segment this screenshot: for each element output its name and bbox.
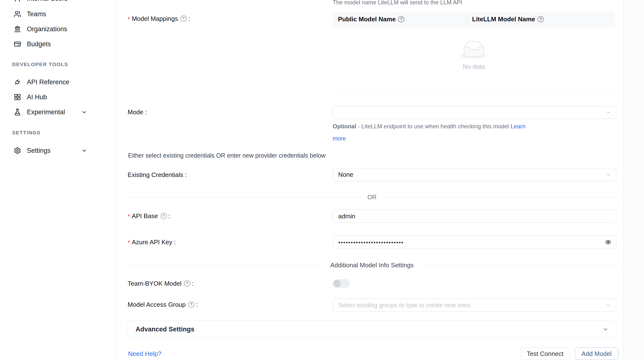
chevron-down-icon [606,302,611,308]
team-byok-label: Team-BYOK Model ? : [128,280,194,288]
model-mappings-table: Public Model Name ? LiteLLM Model Name ?… [333,12,615,104]
select-placeholder: Select existing groups or type to create… [338,302,470,309]
chevron-down-icon [81,148,87,154]
plug-icon [14,78,21,86]
credit-card-icon [14,40,21,48]
advanced-settings-title: Advanced Settings [136,326,602,333]
litellm-model-name-helper: The model name LiteLLM will send to the … [333,0,462,6]
sidebar-item-budgets[interactable]: Budgets [0,37,116,51]
required-marker: * [128,238,130,247]
user-icon [14,0,21,2]
table-footer [333,94,615,104]
help-icon[interactable]: ? [188,302,194,308]
sidebar-item-label: Internal Users [27,0,68,2]
mode-helper-text: Optional - LiteLLM endpoint to use when … [333,120,531,144]
azure-api-key-input[interactable]: •••••••••••••••••••••••••• [333,235,616,249]
chevron-down-icon [606,110,611,115]
bank-icon [14,26,21,33]
add-model-button[interactable]: Add Model [575,348,618,360]
need-help-link[interactable]: Need Help? [128,350,161,358]
existing-credentials-label: Existing Credentials : [128,171,187,179]
existing-credentials-select[interactable]: None [333,168,616,181]
sidebar-item-settings[interactable]: Settings [0,144,116,157]
advanced-settings-panel[interactable]: Advanced Settings [128,320,616,338]
sidebar-item-teams[interactable]: Teams [0,7,116,21]
grid-icon [14,94,21,101]
table-empty-state: No data [333,27,615,94]
column-divider [467,16,468,23]
table-header-row: Public Model Name ? LiteLLM Model Name ? [333,12,615,27]
add-model-form: The model name LiteLLM will send to the … [116,0,623,360]
sidebar-section-developer-tools: DEVELOPER TOOLS [12,61,68,68]
sidebar-item-api-reference[interactable]: API Reference [0,75,116,89]
sidebar-item-label: Settings [27,147,50,154]
help-icon[interactable]: ? [180,16,187,22]
sidebar-item-label: Budgets [27,40,51,48]
chevron-down-icon [602,326,609,333]
column-header-litellm-model-name: LiteLLM Model Name ? [467,12,615,27]
sidebar-item-label: Organizations [27,26,67,33]
help-icon[interactable]: ? [538,16,544,22]
sidebar-item-label: Teams [27,10,46,18]
sidebar-item-internal-users[interactable]: Internal Users [0,0,116,5]
flask-icon [14,108,21,116]
masked-password: •••••••••••••••••••••••••• [338,239,404,246]
sidebar-item-label: Experimental [27,108,65,116]
toggle-knob [334,280,341,287]
model-access-group-label: Model Access Group ? : [128,300,198,309]
azure-api-key-label: * Azure API Key : [128,238,176,247]
sidebar-section-settings: SETTINGS [12,129,41,136]
sidebar-item-label: API Reference [27,78,70,86]
sidebar-item-label: AI Hub [27,94,47,101]
required-marker: * [128,212,130,220]
users-icon [14,10,21,18]
credentials-note: Either select existing credentials OR en… [128,152,326,159]
chevron-down-icon [81,109,87,115]
help-icon[interactable]: ? [160,213,167,219]
or-divider: OR [128,194,616,200]
help-icon[interactable]: ? [184,280,190,287]
test-connect-button[interactable]: Test Connect [520,348,570,360]
required-marker: * [128,15,130,23]
empty-inbox-icon [460,41,487,60]
api-base-input[interactable]: admin [333,210,616,223]
api-base-label: * API Base ? : [128,211,170,220]
additional-model-info-divider: Additional Model Info Settings [128,262,616,268]
team-byok-toggle[interactable] [333,279,350,288]
no-data-text: No data [463,63,485,70]
eye-icon[interactable] [605,239,611,245]
help-icon[interactable]: ? [398,16,404,22]
model-mappings-label: * Model Mappings ? : [128,14,190,23]
mode-label: Mode : [128,108,147,116]
sidebar-item-organizations[interactable]: Organizations [0,22,116,36]
mode-select[interactable] [333,106,616,119]
gear-icon [14,147,21,154]
column-header-public-model-name: Public Model Name ? [333,12,467,27]
sidebar-item-ai-hub[interactable]: AI Hub [0,90,116,104]
chevron-down-icon [606,172,611,178]
sidebar: Internal Users Teams Organizations Budge… [0,0,116,360]
model-access-group-select[interactable]: Select existing groups or type to create… [333,298,616,312]
sidebar-item-experimental[interactable]: Experimental [0,105,116,119]
